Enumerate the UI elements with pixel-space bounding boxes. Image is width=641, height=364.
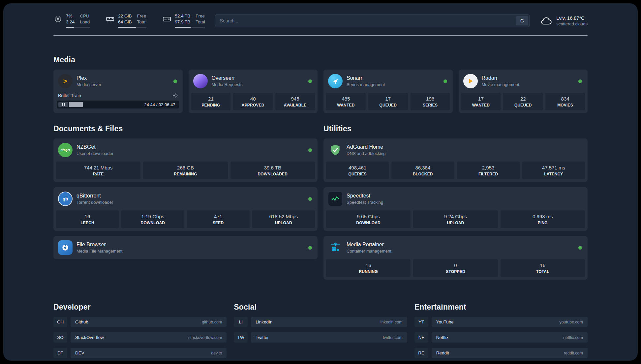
memory-free-value: 22 GiB — [118, 13, 132, 19]
service-card-adguard[interactable]: AdGuard Home DNS and adblocking 498,461 … — [323, 138, 588, 182]
memory-total-value: 64 GiB — [118, 19, 132, 25]
bookmark-url: netflix.com — [563, 335, 583, 340]
bookmark-linkedin[interactable]: LI LinkedIn linkedin.com — [234, 317, 407, 327]
stat-box: 16 LEECH — [56, 210, 119, 228]
stat-box: 47.571 ms LATENCY — [522, 162, 585, 179]
bookmark-abbr: LI — [234, 317, 248, 327]
search-input[interactable] — [215, 15, 530, 27]
bookmark-dev[interactable]: DT DEV dev.to — [53, 348, 227, 358]
weather-widget: Lviv, 16.87°C scattered clouds — [540, 15, 588, 27]
service-card-plex[interactable]: > Plex Media server Bullet Train — [53, 70, 183, 113]
top-bar: 7% 3.24 CPU Load — [53, 13, 588, 28]
stat-box: 618.52 Mbps UPLOAD — [252, 210, 315, 228]
service-card-speedtest[interactable]: Speedtest Speedtest Tracking 9.65 Gbps D… — [323, 187, 588, 231]
stat-box: 2,953 FILTERED — [457, 162, 520, 179]
playback-progress-fill — [69, 102, 83, 107]
cloud-icon — [540, 16, 552, 26]
disk-total-label: Total — [196, 19, 205, 25]
search-provider-button[interactable]: G — [516, 16, 528, 25]
cpu-label: CPU — [80, 13, 90, 19]
documents-section-title: Documents & Files — [53, 124, 318, 133]
bookmark-youtube[interactable]: YT YouTube youtube.com — [414, 317, 588, 327]
bookmark-abbr: SO — [53, 332, 67, 343]
service-subtitle: Media File Management — [76, 249, 122, 254]
service-title: Plex — [76, 75, 101, 81]
section-media: Media > Plex Media server Bullet Tr — [53, 55, 588, 113]
bookmark-abbr: DT — [53, 348, 67, 358]
disk-free-label: Free — [196, 13, 205, 19]
playback-progress-track — [69, 102, 142, 107]
bookmark-url: dev.to — [211, 351, 222, 355]
bookmark-name: Netflix — [436, 335, 449, 340]
disk-progress-bar — [175, 27, 205, 28]
weather-condition: scattered clouds — [556, 21, 588, 26]
service-title: qBittorrent — [76, 193, 113, 199]
status-dot — [173, 79, 177, 83]
plex-now-playing: Bullet Train 24:44 / 02:06:47 — [53, 93, 183, 112]
disk-widget: 52.4 TB 97.9 TB Free Total — [162, 13, 205, 28]
service-title: File Browser — [76, 242, 122, 248]
service-card-radarr[interactable]: Radarr Movie management 17 WANTED 22 QUE… — [459, 70, 588, 113]
status-dot — [578, 79, 582, 83]
service-subtitle: Media Requests — [212, 82, 243, 87]
service-card-portainer[interactable]: Media Portainer Container management 16 … — [323, 236, 588, 280]
filebrowser-icon — [58, 240, 73, 255]
nzbget-icon: nzbget — [58, 143, 73, 157]
service-title: Speedtest — [347, 193, 383, 199]
bookmark-twitter[interactable]: TW Twitter twitter.com — [234, 332, 407, 343]
status-dot — [578, 246, 582, 250]
stat-box: 498,461 QUERIES — [326, 162, 389, 179]
service-card-qbittorrent[interactable]: qb qBittorrent Torrent downloader 16 LEE… — [53, 187, 318, 231]
pause-button[interactable] — [58, 102, 68, 107]
service-card-overseerr[interactable]: Overseerr Media Requests 21 PENDING 40 A… — [189, 70, 318, 113]
cpu-widget: 7% 3.24 CPU Load — [53, 13, 90, 28]
service-subtitle: Torrent downloader — [76, 200, 113, 205]
weather-location: Lviv, 16.87°C — [556, 15, 588, 22]
stat-box: 196 SERIES — [411, 93, 450, 110]
bookmark-name: StackOverflow — [75, 335, 104, 340]
service-subtitle: DNS and adblocking — [347, 151, 386, 156]
bookmark-name: Reddit — [436, 350, 449, 355]
speedtest-icon — [328, 192, 343, 206]
bookmark-netflix[interactable]: NF Netflix netflix.com — [414, 332, 588, 343]
section-documents-files: Documents & Files nzbget NZBGet Usenet d… — [53, 124, 318, 280]
playback-time: 24:44 / 02:06:47 — [142, 102, 178, 107]
bookmark-name: DEV — [75, 350, 84, 355]
memory-progress-fill — [118, 27, 136, 28]
cpu-load-label: Load — [80, 19, 90, 25]
service-title: Sonarr — [347, 75, 385, 81]
stat-box: 485 WANTED — [326, 93, 366, 110]
service-card-sonarr[interactable]: Sonarr Series management 485 WANTED 17 Q… — [323, 70, 453, 113]
bookmark-reddit[interactable]: RE Reddit reddit.com — [414, 348, 588, 358]
stat-box: 1.19 Gbps DOWNLOAD — [121, 210, 184, 228]
stat-box: 834 MOVIES — [545, 93, 585, 110]
stat-box: 9.24 Gbps UPLOAD — [413, 210, 498, 228]
stat-box: 16 TOTAL — [501, 259, 585, 277]
bookmark-abbr: TW — [234, 332, 248, 343]
bookmark-url: twitter.com — [383, 335, 403, 340]
service-subtitle: Series management — [347, 82, 385, 87]
bookmark-name: LinkedIn — [256, 319, 272, 324]
stat-box: 86,384 BLOCKED — [391, 162, 454, 179]
service-subtitle: Movie management — [482, 82, 519, 87]
bookmark-name: YouTube — [436, 319, 454, 324]
disk-total-value: 97.9 TB — [175, 19, 190, 25]
section-utilities: Utilities AdGuard Home DNS and adblocki — [323, 124, 588, 280]
disk-free-value: 52.4 TB — [175, 13, 190, 19]
bookmark-name: Github — [75, 319, 88, 324]
gear-icon[interactable] — [172, 93, 178, 98]
bookmark-stackoverflow[interactable]: SO StackOverflow stackoverflow.com — [53, 332, 227, 343]
service-card-nzbget[interactable]: nzbget NZBGet Usenet downloader 744.21 M… — [53, 138, 318, 182]
service-title: Media Portainer — [347, 242, 391, 248]
cpu-progress-fill — [66, 27, 74, 28]
bookmark-github[interactable]: GH Github github.com — [53, 317, 227, 327]
stat-box: 0 STOPPED — [413, 259, 498, 277]
cpu-progress-bar — [66, 27, 90, 28]
playback-bar: 24:44 / 02:06:47 — [57, 101, 179, 108]
now-playing-title: Bullet Train — [58, 93, 81, 98]
service-card-filebrowser[interactable]: File Browser Media File Management — [53, 236, 318, 259]
stat-box: 266 GB REMAINING — [143, 162, 228, 179]
service-title: Radarr — [482, 75, 519, 81]
stat-box: 17 WANTED — [461, 93, 501, 110]
bookmark-name: Twitter — [256, 335, 269, 340]
